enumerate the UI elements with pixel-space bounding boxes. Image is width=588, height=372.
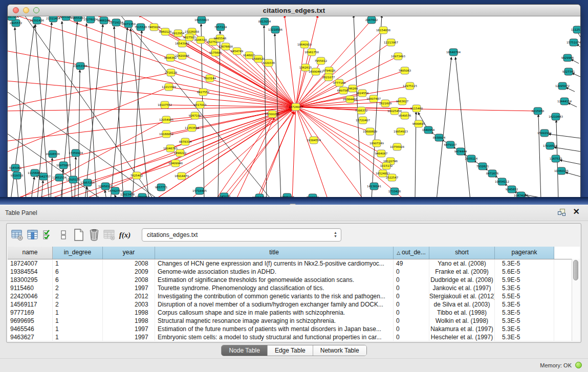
close-icon[interactable]: ✕: [573, 207, 580, 216]
cell-out-de-[interactable]: 0: [394, 325, 429, 333]
graph-node[interactable]: 23676608: [219, 43, 233, 50]
cell-pagerank[interactable]: 5.6E-5: [495, 268, 554, 276]
cell-year[interactable]: 2008: [103, 259, 155, 268]
table-row[interactable]: 946362711997Embryonic stem cells: a mode…: [8, 333, 580, 341]
graph-node[interactable]: 16210643: [549, 113, 563, 120]
cell-title[interactable]: Tourette syndrome. Phenomenology and cla…: [155, 284, 394, 292]
graph-node[interactable]: 18640910: [297, 41, 312, 48]
graph-node[interactable]: 19854923: [394, 128, 408, 135]
table-row[interactable]: 1938455462009Genome-wide association stu…: [8, 268, 580, 276]
cell-short[interactable]: Jankovic et al. (1997): [429, 284, 495, 292]
cell-out-de-[interactable]: 0: [394, 317, 429, 325]
graph-node[interactable]: 7932621: [476, 163, 489, 170]
cell-short[interactable]: Wolkin et al. (1998): [429, 317, 495, 325]
column-header-short[interactable]: short: [429, 247, 495, 259]
graph-node[interactable]: 2718126: [165, 69, 178, 76]
column-header-name[interactable]: name: [8, 247, 53, 259]
graph-node[interactable]: 17016504: [543, 142, 557, 149]
graph-node[interactable]: 1640954: [422, 126, 435, 134]
graph-node[interactable]: 9319318: [11, 172, 24, 179]
tab-network-table[interactable]: Network Table: [313, 345, 366, 356]
graph-node[interactable]: 22420046: [175, 52, 189, 59]
cell-name[interactable]: 9465546: [8, 325, 53, 333]
cell-name[interactable]: 18724007: [8, 259, 53, 268]
cell-name[interactable]: 22420046: [8, 292, 53, 300]
graph-node[interactable]: 12213389: [162, 83, 176, 91]
graph-node[interactable]: 16154838: [376, 27, 390, 34]
cell-year[interactable]: 1997: [103, 284, 155, 292]
graph-node[interactable]: 11353594: [185, 124, 199, 132]
graph-node[interactable]: 1733426: [388, 188, 401, 195]
graph-node[interactable]: 9829966: [561, 54, 574, 61]
cell-out-de-[interactable]: 0: [394, 268, 429, 276]
graph-node[interactable]: 16990443: [309, 68, 323, 75]
cell-title[interactable]: Investigating the contribution of common…: [155, 292, 394, 300]
column-header-in-degree[interactable]: in_degree: [53, 247, 103, 259]
table-row[interactable]: 911546021997Tourette syndrome. Phenomeno…: [8, 284, 580, 292]
cell-title[interactable]: Estimation of significance thresholds fo…: [155, 276, 394, 284]
cell-in-degree[interactable]: 6: [53, 268, 103, 276]
network-canvas[interactable]: 2405572203914362131143420553287106552871…: [8, 16, 580, 200]
graph-node[interactable]: 7955812: [315, 57, 328, 64]
cell-pagerank[interactable]: 5.3E-5: [495, 300, 554, 309]
cell-out-de-[interactable]: 49: [394, 259, 429, 268]
graph-node[interactable]: 8454749: [231, 48, 244, 55]
cell-short[interactable]: Yano et al. (2008): [429, 259, 495, 268]
graph-node[interactable]: 1167533: [550, 155, 562, 162]
column-header-out-de-[interactable]: △out_de...: [394, 247, 429, 259]
graph-node[interactable]: 8215958: [532, 107, 545, 115]
cell-short[interactable]: Franke et al. (2009): [429, 268, 495, 276]
graph-node[interactable]: 7857224: [214, 24, 227, 31]
graph-node[interactable]: 2087682: [365, 16, 378, 24]
table-row[interactable]: 946554611997Estimation of the future num…: [8, 325, 580, 333]
cell-pagerank[interactable]: 5.5E-5: [495, 292, 554, 300]
cell-short[interactable]: Dudbridge et al. (2008): [429, 276, 495, 284]
cell-out-de-[interactable]: 0: [394, 333, 429, 341]
graph-node[interactable]: 10360135: [554, 167, 569, 174]
graph-node[interactable]: 7515526: [135, 24, 147, 31]
cell-pagerank[interactable]: 5.3E-5: [495, 309, 554, 317]
graph-node[interactable]: 9115460: [410, 105, 423, 112]
cell-in-degree[interactable]: 1: [53, 317, 103, 325]
graph-node[interactable]: 16648784: [446, 49, 461, 56]
graph-node[interactable]: 15992931: [537, 129, 552, 137]
cell-title[interactable]: Changes of HCN gene expression and I(f) …: [155, 259, 394, 268]
graph-node[interactable]: 12095872: [555, 82, 570, 90]
graph-node[interactable]: 13218586: [268, 26, 282, 33]
window-titlebar[interactable]: citations_edges.txt: [8, 5, 580, 16]
cell-in-degree[interactable]: 2: [53, 284, 103, 292]
graph-node[interactable]: 746266: [347, 85, 358, 92]
cell-in-degree[interactable]: 1: [53, 259, 103, 268]
table-row[interactable]: 969969511998Structural magnetic resonanc…: [8, 317, 580, 325]
graph-node[interactable]: 11451534: [52, 174, 67, 181]
graph-node[interactable]: 10654112: [495, 178, 509, 185]
graph-node[interactable]: 7625402: [130, 172, 143, 179]
cell-in-degree[interactable]: 6: [53, 276, 103, 284]
graph-node[interactable]: 17957255: [80, 179, 95, 186]
cell-pagerank[interactable]: 5.3E-5: [495, 284, 554, 292]
scrollbar-thumb[interactable]: [573, 260, 578, 280]
graph-node[interactable]: 14138141: [367, 183, 381, 190]
graph-node[interactable]: 10958107: [98, 183, 113, 190]
cell-out-de-[interactable]: 0: [394, 276, 429, 284]
cell-title[interactable]: Estimation of the future numbers of pati…: [155, 325, 394, 333]
graph-node[interactable]: 9794028: [323, 67, 336, 74]
cell-short[interactable]: de Silva et al. (2003): [429, 300, 495, 309]
column-header-year[interactable]: year: [103, 247, 155, 259]
cell-in-degree[interactable]: 1: [53, 325, 103, 333]
float-panel-icon[interactable]: [558, 209, 565, 216]
cell-year[interactable]: 1997: [103, 325, 155, 333]
table-row[interactable]: 2242004622012Investigating the contribut…: [8, 292, 580, 300]
cell-name[interactable]: 14569117: [8, 300, 53, 309]
graph-node[interactable]: 18107552: [158, 101, 172, 108]
graph-node[interactable]: 18907249: [369, 140, 384, 147]
graph-node[interactable]: 20391436: [30, 17, 44, 24]
cell-short[interactable]: Stergiakouli et al. (2012): [429, 292, 495, 300]
graph-node[interactable]: 2522547: [386, 174, 399, 181]
graph-node[interactable]: 10807487: [366, 95, 381, 102]
graph-node[interactable]: 9657771: [155, 184, 168, 191]
cell-out-de-[interactable]: 0: [394, 292, 429, 300]
graph-node[interactable]: 17359924: [69, 149, 83, 157]
cell-short[interactable]: Tibbo et al. (1998): [429, 309, 495, 317]
cell-pagerank[interactable]: 5.9E-5: [495, 276, 554, 284]
